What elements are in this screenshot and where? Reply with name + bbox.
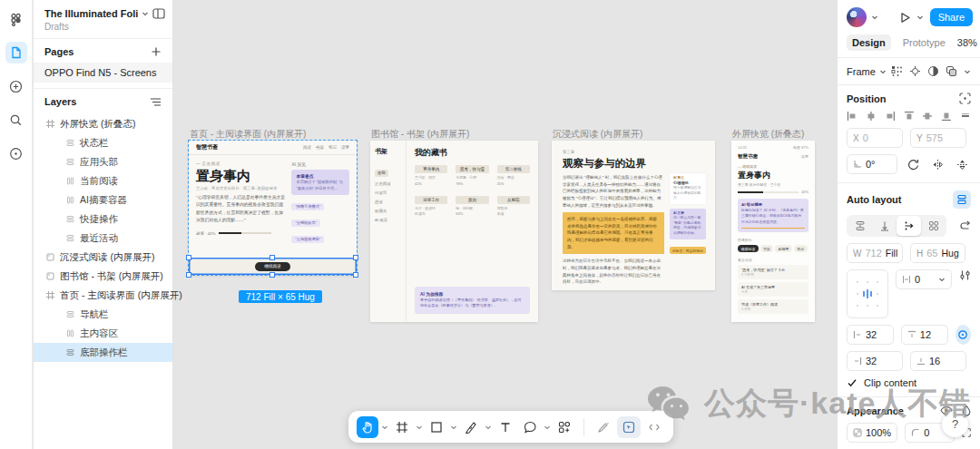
padding-left-field[interactable]: 32 (847, 325, 894, 345)
layer-row[interactable]: 快捷操作 (34, 210, 172, 229)
file-menu-chevron-icon[interactable] (142, 10, 149, 17)
layer-row[interactable]: 应用头部 (34, 152, 172, 171)
individual-padding-toggle-icon[interactable] (956, 325, 971, 345)
y-position-field[interactable]: Y 575 (910, 128, 966, 148)
flip-horizontal-icon[interactable] (929, 154, 946, 174)
focus-selection-icon[interactable] (959, 93, 971, 104)
layer-row[interactable]: 导航栏 (34, 305, 172, 324)
comment-tool[interactable] (519, 416, 541, 438)
padding-right-field[interactable]: 32 (847, 351, 903, 371)
more-chevron-icon[interactable] (964, 68, 971, 75)
zoom-level-control[interactable]: 38% (957, 37, 980, 48)
selection-handle[interactable] (353, 272, 358, 278)
align-h-center-icon[interactable] (866, 111, 877, 122)
height-field[interactable]: H 65 Hug (910, 243, 965, 263)
frame-label[interactable]: 图书馆 - 书架 (内屏展开) (371, 128, 469, 141)
text-tool[interactable] (495, 416, 516, 438)
reverse-flow-icon[interactable] (959, 220, 971, 232)
layer-row[interactable]: 主内容区 (34, 324, 172, 343)
tidy-up-icon[interactable] (960, 111, 971, 122)
frame-label[interactable]: 首页 - 主阅读界面 (内屏展开) (190, 128, 306, 141)
layer-row[interactable]: 外屏快览 (折叠态) (34, 114, 172, 133)
align-right-icon[interactable] (885, 111, 896, 122)
selection-handle[interactable] (270, 272, 275, 278)
child-alignment-pad[interactable] (847, 269, 888, 318)
new-file-icon[interactable] (5, 75, 27, 97)
search-icon[interactable] (5, 109, 27, 131)
spacing-settings-icon[interactable] (959, 269, 971, 318)
pen-tool[interactable] (460, 416, 482, 438)
layer-row[interactable]: 首页 - 主阅读界面 (内屏展开) (34, 286, 172, 305)
selection-handle[interactable] (353, 255, 358, 260)
layer-row[interactable]: AI摘要容器 (34, 190, 172, 210)
layer-row[interactable]: 状态栏 (34, 133, 172, 152)
pen-tool-chevron-icon[interactable] (485, 424, 492, 431)
avatar-chevron-icon[interactable] (871, 14, 878, 21)
file-location[interactable]: Drafts (44, 22, 165, 32)
frame-tool[interactable] (391, 416, 413, 438)
vertical-arrow-layout-icon[interactable] (872, 216, 897, 236)
layer-row[interactable]: 当前阅读 (34, 171, 172, 190)
file-browser-icon[interactable] (5, 42, 27, 63)
align-top-icon[interactable] (904, 111, 915, 122)
clip-content-checkbox[interactable]: Clip content (847, 377, 971, 388)
move-tool-chevron-icon[interactable] (381, 424, 388, 431)
layers-filter-icon[interactable] (150, 97, 162, 107)
layer-row[interactable]: 最近活动 (34, 229, 172, 248)
layer-row[interactable]: 沉浸式阅读 (内屏展开) (34, 248, 172, 267)
figma-menu-icon[interactable] (5, 8, 27, 30)
canvas-frame-cover-screen[interactable]: 外屏快览 (折叠态) 14:32电量 87% 智慧书斋 设置 — 继续阅读 置身… (731, 141, 815, 322)
padding-top-field[interactable]: 12 (901, 325, 948, 345)
padding-bottom-field[interactable]: 16 (910, 351, 966, 371)
page-item-oppo-find-n5[interactable]: OPPO Find N5 - Screens (34, 63, 172, 83)
draw-annotate-icon[interactable] (593, 416, 614, 438)
rotation-field[interactable]: 0° (847, 154, 897, 174)
dev-mode-toggle[interactable] (617, 416, 641, 438)
present-play-icon[interactable] (898, 11, 912, 24)
wrap-grid-layout-icon[interactable] (921, 216, 946, 236)
rotate-90-icon[interactable] (905, 154, 922, 174)
canvas-frame-home[interactable]: 首页 - 主阅读界面 (内屏展开) 智慧书斋 阅读 书架 笔记 设置 — 正在阅… (189, 141, 357, 275)
present-chevron-icon[interactable] (916, 14, 924, 21)
shape-tool[interactable] (426, 416, 447, 438)
frame-label[interactable]: 外屏快览 (折叠态) (732, 128, 804, 141)
frame-type-dropdown[interactable]: Frame (847, 66, 887, 77)
canvas-frame-reader[interactable]: 沉浸式阅读 (内屏展开) 第三章 观察与参与的边界 当我们谈论 “理解他人” 时… (552, 141, 715, 290)
tab-prototype[interactable]: Prototype (897, 34, 951, 51)
align-bottom-icon[interactable] (941, 111, 952, 122)
opacity-field[interactable]: 100% (847, 423, 897, 443)
comment-tool-chevron-icon[interactable] (544, 424, 551, 431)
constraints-target-icon[interactable] (909, 65, 921, 77)
file-name[interactable]: The Illuminated Folio - ... (44, 8, 138, 19)
actions-tool[interactable] (554, 416, 575, 438)
width-field[interactable]: W 712 Fill (847, 243, 903, 263)
flip-vertical-icon[interactable] (954, 154, 971, 174)
selection-handle[interactable] (186, 255, 191, 260)
x-position-field[interactable]: X 0 (847, 128, 903, 148)
move-hand-tool[interactable] (357, 416, 378, 438)
help-button[interactable]: ? (942, 411, 968, 437)
align-v-center-icon[interactable] (922, 111, 933, 122)
layer-row-selected[interactable]: 底部操作栏 (34, 343, 172, 362)
frame-label[interactable]: 沉浸式阅读 (内屏展开) (553, 128, 642, 141)
add-page-icon[interactable] (151, 46, 162, 57)
component-grid-icon[interactable] (891, 65, 903, 77)
layer-row[interactable]: 图书馆 - 书架 (内屏展开) (34, 267, 172, 286)
user-avatar[interactable] (847, 7, 867, 27)
vertical-layout-icon[interactable] (848, 216, 872, 236)
share-button[interactable]: Share (930, 8, 973, 26)
shape-tool-chevron-icon[interactable] (450, 424, 457, 431)
mask-layers-icon[interactable] (946, 65, 957, 77)
recents-icon[interactable] (5, 142, 27, 164)
toggle-sidebar-icon[interactable] (152, 8, 165, 19)
frame-tool-chevron-icon[interactable] (416, 424, 423, 431)
canvas-frame-library[interactable]: 图书馆 - 书架 (内屏展开) 书架 全部 正在阅读 已读完 想读 收藏夹 AI… (370, 141, 538, 322)
selection-handle[interactable] (270, 255, 275, 260)
item-spacing-field[interactable]: 0 (896, 269, 952, 289)
selection-handle[interactable] (186, 272, 191, 278)
tab-design[interactable]: Design (847, 34, 891, 51)
horizontal-layout-icon-selected[interactable] (897, 216, 921, 236)
align-left-icon[interactable] (847, 111, 858, 122)
blend-mode-icon[interactable] (927, 65, 939, 77)
code-icon[interactable] (643, 416, 665, 438)
